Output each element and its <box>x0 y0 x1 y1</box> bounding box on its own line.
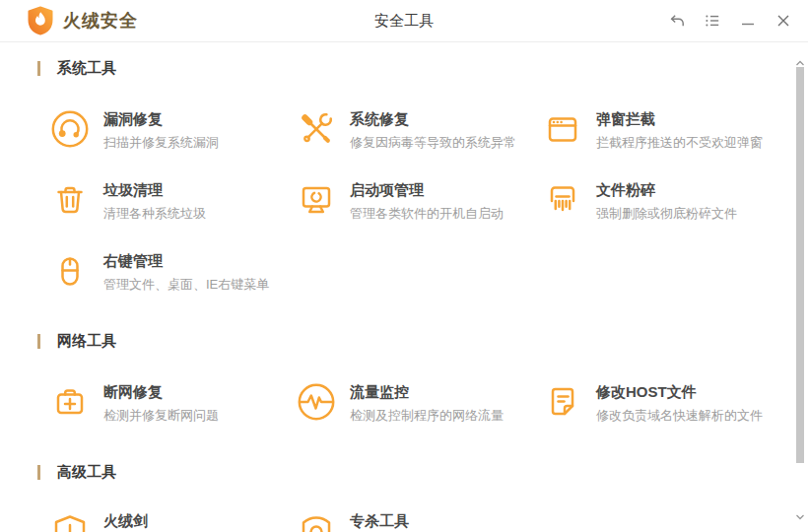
tool-item-host-file[interactable]: 修改HOST文件 修改负责域名快速解析的文件 <box>543 382 799 422</box>
tool-desc: 管理各类软件的开机自启动 <box>350 205 504 222</box>
tool-title: 修改HOST文件 <box>596 383 763 401</box>
section-marker <box>37 334 40 349</box>
section-label: 网络工具 <box>57 332 116 351</box>
minimize-button[interactable] <box>737 10 759 32</box>
tool-item-huorong-sword[interactable]: 火绒剑 <box>50 511 297 532</box>
titlebar: 火绒安全 安全工具 <box>0 0 808 42</box>
tool-item-special-kill-tool[interactable]: 专杀工具 <box>297 511 543 532</box>
tool-title: 火绒剑 <box>103 512 148 530</box>
section-header-advanced-tools: 高级工具 <box>37 462 808 483</box>
window-controls <box>666 0 794 41</box>
back-button[interactable] <box>666 10 688 32</box>
tool-item-traffic-monitor[interactable]: 流量监控 检测及控制程序的网络流量 <box>297 382 543 422</box>
context-menu-manager-icon <box>50 251 90 291</box>
tool-title: 漏洞修复 <box>103 110 219 128</box>
tools-page: 系统工具 漏洞修复 扫描并修复系统漏洞 <box>0 58 808 532</box>
tool-title: 文件粉碎 <box>596 181 737 199</box>
tool-desc: 检测并修复断网问题 <box>103 407 219 424</box>
scrollbar-thumb[interactable] <box>796 67 804 463</box>
vulnerability-fix-icon <box>50 109 90 149</box>
network-tools-grid: 断网修复 检测并修复断网问题 流量监控 检测及控制程序的网络流量 <box>50 382 808 422</box>
section-header-network-tools: 网络工具 <box>37 331 808 352</box>
scrollbar <box>791 42 808 532</box>
task-list-button[interactable] <box>702 10 723 32</box>
tool-item-context-menu-manager[interactable]: 右键管理 管理文件、桌面、IE右键菜单 <box>50 251 297 291</box>
startup-manager-icon <box>297 180 336 220</box>
tool-desc: 检测及控制程序的网络流量 <box>350 407 504 424</box>
tool-item-system-repair[interactable]: 系统修复 修复因病毒等导致的系统异常 <box>297 109 543 149</box>
section-marker <box>37 465 40 480</box>
tool-title: 垃圾清理 <box>103 181 206 199</box>
system-tools-grid: 漏洞修复 扫描并修复系统漏洞 系统修复 <box>50 109 808 291</box>
system-repair-icon <box>297 109 336 149</box>
tool-title: 启动项管理 <box>350 181 504 199</box>
scroll-down-icon[interactable] <box>795 507 805 515</box>
tool-item-network-repair[interactable]: 断网修复 检测并修复断网问题 <box>50 382 297 422</box>
special-kill-tool-icon <box>297 511 336 532</box>
tool-desc: 修改负责域名快速解析的文件 <box>596 407 763 424</box>
tool-desc: 扫描并修复系统漏洞 <box>103 134 219 151</box>
tool-desc: 修复因病毒等导致的系统异常 <box>350 134 516 151</box>
network-repair-icon <box>50 382 90 422</box>
tool-desc: 强制删除或彻底粉碎文件 <box>596 205 737 222</box>
tool-title: 专杀工具 <box>350 512 409 530</box>
huorong-sword-icon <box>50 511 90 532</box>
tool-item-startup-manager[interactable]: 启动项管理 管理各类软件的开机自启动 <box>297 180 543 220</box>
traffic-monitor-icon <box>297 382 336 422</box>
close-button[interactable] <box>773 10 794 32</box>
tool-item-file-shredder[interactable]: 文件粉碎 强制删除或彻底粉碎文件 <box>543 180 799 220</box>
tool-item-popup-blocker[interactable]: 弹窗拦截 拦截程序推送的不受欢迎弹窗 <box>543 109 799 149</box>
host-file-icon <box>543 382 582 422</box>
tool-desc: 管理文件、桌面、IE右键菜单 <box>103 276 269 293</box>
section-label: 系统工具 <box>57 59 116 78</box>
tool-title: 右键管理 <box>103 252 269 270</box>
tool-desc: 拦截程序推送的不受欢迎弹窗 <box>596 134 763 151</box>
popup-blocker-icon <box>543 109 582 149</box>
junk-cleaner-icon <box>50 180 90 220</box>
tool-title: 系统修复 <box>350 110 516 128</box>
tool-item-junk-cleaner[interactable]: 垃圾清理 清理各种系统垃圾 <box>50 180 297 220</box>
tool-title: 断网修复 <box>103 383 219 401</box>
section-label: 高级工具 <box>57 463 116 482</box>
file-shredder-icon <box>543 180 582 220</box>
scroll-up-icon[interactable] <box>795 53 805 61</box>
section-header-system-tools: 系统工具 <box>37 58 808 79</box>
tool-title: 弹窗拦截 <box>596 110 763 128</box>
advanced-tools-grid: 火绒剑 专杀工具 <box>50 511 808 532</box>
tool-item-vulnerability-fix[interactable]: 漏洞修复 扫描并修复系统漏洞 <box>50 109 297 149</box>
tool-desc: 清理各种系统垃圾 <box>103 205 206 222</box>
section-marker <box>37 61 40 76</box>
tool-title: 流量监控 <box>350 383 504 401</box>
